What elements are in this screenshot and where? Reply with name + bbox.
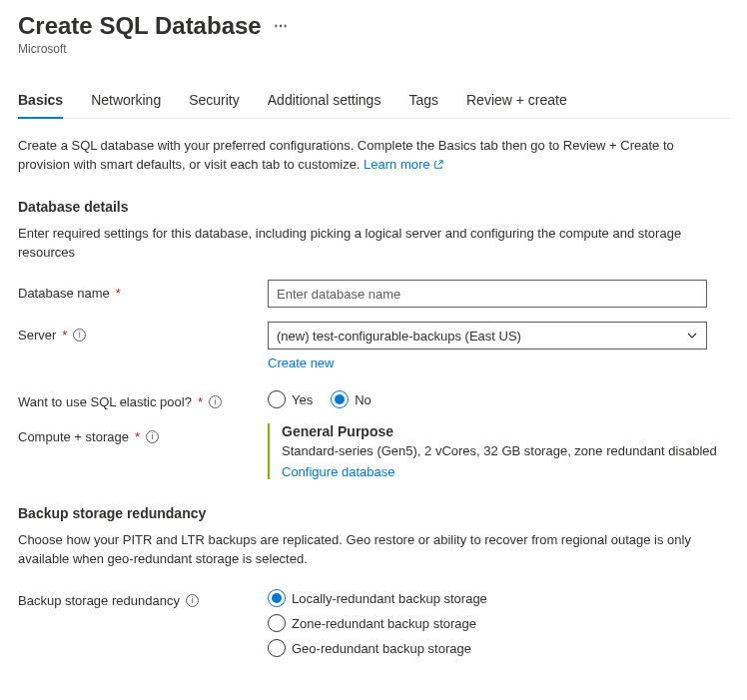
- radio-icon: [268, 614, 286, 632]
- learn-more-link[interactable]: Learn more: [364, 157, 443, 172]
- required-indicator: *: [198, 394, 203, 409]
- tab-networking[interactable]: Networking: [91, 84, 161, 118]
- database-name-label: Database name: [18, 286, 110, 301]
- tab-additional-settings[interactable]: Additional settings: [268, 84, 381, 118]
- create-new-server-link[interactable]: Create new: [268, 355, 334, 370]
- radio-label: Yes: [292, 392, 313, 407]
- radio-icon: [268, 589, 286, 607]
- radio-icon: [268, 639, 286, 657]
- radio-icon: [331, 390, 349, 408]
- more-actions-icon[interactable]: ⋯: [274, 18, 290, 34]
- compute-summary: General Purpose Standard-series (Gen5), …: [268, 423, 729, 479]
- tab-basics[interactable]: Basics: [18, 84, 63, 118]
- radio-label: Locally-redundant backup storage: [292, 591, 487, 606]
- elastic-pool-label: Want to use SQL elastic pool?: [18, 394, 192, 409]
- intro-text: Create a SQL database with your preferre…: [18, 137, 729, 175]
- intro-body: Create a SQL database with your preferre…: [18, 138, 674, 172]
- backup-option-geo-redundant[interactable]: Geo-redundant backup storage: [268, 639, 729, 657]
- tab-review-create[interactable]: Review + create: [466, 84, 567, 118]
- server-select-value: (new) test-configurable-backups (East US…: [277, 329, 521, 344]
- section-backup-title: Backup storage redundancy: [18, 505, 729, 521]
- tab-tags[interactable]: Tags: [408, 84, 438, 118]
- configure-database-link[interactable]: Configure database: [282, 464, 394, 479]
- info-icon[interactable]: i: [73, 329, 86, 342]
- required-indicator: *: [116, 286, 121, 301]
- tab-security[interactable]: Security: [189, 84, 240, 118]
- radio-label: Geo-redundant backup storage: [292, 641, 471, 656]
- compute-tier: General Purpose: [282, 423, 729, 439]
- radio-label: Zone-redundant backup storage: [292, 616, 476, 631]
- radio-label: No: [355, 392, 372, 407]
- database-name-input[interactable]: [268, 280, 707, 308]
- required-indicator: *: [135, 429, 140, 444]
- elastic-pool-yes[interactable]: Yes: [268, 390, 313, 408]
- radio-icon: [268, 390, 286, 408]
- external-link-icon: [433, 160, 443, 170]
- backup-option-zone-redundant[interactable]: Zone-redundant backup storage: [268, 614, 729, 632]
- backup-redundancy-label: Backup storage redundancy: [18, 593, 180, 608]
- server-label: Server: [18, 328, 56, 343]
- server-select[interactable]: (new) test-configurable-backups (East US…: [268, 322, 707, 350]
- required-indicator: *: [62, 328, 67, 343]
- backup-option-locally-redundant[interactable]: Locally-redundant backup storage: [268, 589, 729, 607]
- info-icon[interactable]: i: [209, 395, 222, 408]
- tab-bar: Basics Networking Security Additional se…: [18, 84, 729, 119]
- chevron-down-icon: [686, 330, 698, 342]
- info-icon[interactable]: i: [186, 594, 199, 607]
- elastic-pool-no[interactable]: No: [331, 390, 372, 408]
- page-title: Create SQL Database: [18, 12, 262, 40]
- compute-storage-label: Compute + storage: [18, 429, 129, 444]
- page-subtitle: Microsoft: [18, 42, 729, 56]
- compute-desc: Standard-series (Gen5), 2 vCores, 32 GB …: [282, 443, 729, 458]
- section-database-details-desc: Enter required settings for this databas…: [18, 225, 729, 263]
- info-icon[interactable]: i: [146, 430, 159, 443]
- section-database-details-title: Database details: [18, 199, 729, 215]
- section-backup-desc: Choose how your PITR and LTR backups are…: [18, 531, 729, 569]
